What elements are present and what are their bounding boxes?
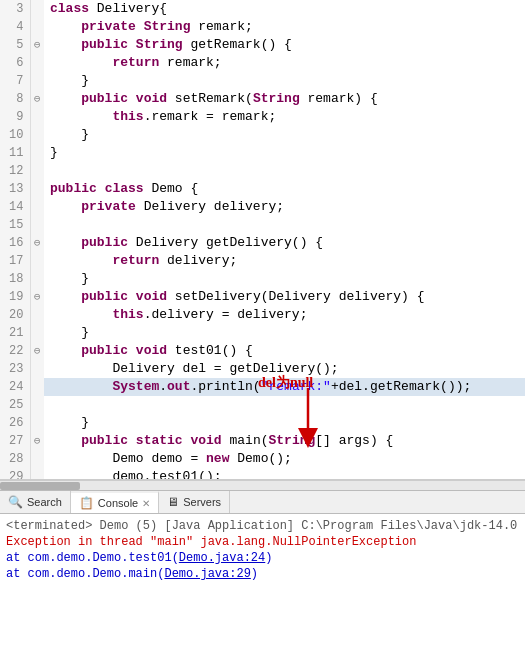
table-row: 19⊖ public void setDelivery(Delivery del… <box>0 288 525 306</box>
line-marker[interactable] <box>30 54 44 72</box>
line-marker[interactable]: ⊖ <box>30 342 44 360</box>
line-marker[interactable] <box>30 0 44 18</box>
line-marker[interactable] <box>30 396 44 414</box>
line-marker[interactable] <box>30 198 44 216</box>
tab-console[interactable]: 📋 Console ✕ <box>71 491 159 513</box>
line-number: 12 <box>0 162 30 180</box>
table-row: 4 private String remark; <box>0 18 525 36</box>
line-marker[interactable] <box>30 252 44 270</box>
line-marker[interactable]: ⊖ <box>30 288 44 306</box>
line-number: 17 <box>0 252 30 270</box>
line-marker[interactable] <box>30 270 44 288</box>
line-marker[interactable] <box>30 180 44 198</box>
table-row: 11} <box>0 144 525 162</box>
line-marker[interactable] <box>30 216 44 234</box>
line-code: demo.test01(); <box>44 468 525 480</box>
console-icon: 📋 <box>79 496 94 510</box>
console-error-line: Exception in thread "main" java.lang.Nul… <box>6 534 519 550</box>
line-code: } <box>44 324 525 342</box>
line-number: 24 <box>0 378 30 396</box>
table-row: 10 } <box>0 126 525 144</box>
annotation-arrow-svg <box>298 388 378 448</box>
table-row: 18 } <box>0 270 525 288</box>
line-code: } <box>44 72 525 90</box>
table-row: 8⊖ public void setRemark(String remark) … <box>0 90 525 108</box>
line-number: 19 <box>0 288 30 306</box>
line-number: 8 <box>0 90 30 108</box>
line-marker[interactable] <box>30 378 44 396</box>
line-marker[interactable] <box>30 18 44 36</box>
stack-prefix-1: at com.demo.Demo.test01( <box>6 551 179 565</box>
line-code: class Delivery{ <box>44 0 525 18</box>
line-number: 6 <box>0 54 30 72</box>
line-number: 23 <box>0 360 30 378</box>
table-row: 27⊖ public static void main(String[] arg… <box>0 432 525 450</box>
line-code: public void setDelivery(Delivery deliver… <box>44 288 525 306</box>
table-row: 20 this.delivery = delivery; <box>0 306 525 324</box>
table-row: 13public class Demo { <box>0 180 525 198</box>
line-number: 4 <box>0 18 30 36</box>
console-close-icon[interactable]: ✕ <box>142 498 150 509</box>
line-number: 28 <box>0 450 30 468</box>
line-number: 13 <box>0 180 30 198</box>
code-scrollbar-thumb[interactable] <box>0 482 80 490</box>
line-number: 22 <box>0 342 30 360</box>
line-code: this.delivery = delivery; <box>44 306 525 324</box>
console-stack-line-2: at com.demo.Demo.main(Demo.java:29) <box>6 566 519 582</box>
table-row: 6 return remark; <box>0 54 525 72</box>
search-icon: 🔍 <box>8 495 23 509</box>
table-row: 29 demo.test01(); <box>0 468 525 480</box>
line-code <box>44 396 525 414</box>
table-row: 22⊖ public void test01() { <box>0 342 525 360</box>
line-marker[interactable] <box>30 108 44 126</box>
line-marker[interactable]: ⊖ <box>30 432 44 450</box>
table-row: 9 this.remark = remark; <box>0 108 525 126</box>
line-marker[interactable] <box>30 360 44 378</box>
line-marker[interactable] <box>30 450 44 468</box>
line-marker[interactable]: ⊖ <box>30 36 44 54</box>
tab-servers[interactable]: 🖥 Servers <box>159 491 230 513</box>
line-code: this.remark = remark; <box>44 108 525 126</box>
console-area: <terminated> Demo (5) [Java Application]… <box>0 514 525 632</box>
code-scrollbar[interactable] <box>0 480 525 490</box>
line-code: } <box>44 414 525 432</box>
line-marker[interactable] <box>30 414 44 432</box>
stack-suffix-2: ) <box>251 567 258 581</box>
line-number: 20 <box>0 306 30 324</box>
line-code: } <box>44 270 525 288</box>
line-code: } <box>44 126 525 144</box>
line-code: return remark; <box>44 54 525 72</box>
line-marker[interactable] <box>30 324 44 342</box>
line-number: 5 <box>0 36 30 54</box>
line-marker[interactable] <box>30 306 44 324</box>
line-marker[interactable] <box>30 162 44 180</box>
bottom-tabs: 🔍 Search 📋 Console ✕ 🖥 Servers <box>0 490 525 514</box>
line-marker[interactable] <box>30 144 44 162</box>
line-code: } <box>44 144 525 162</box>
tab-search[interactable]: 🔍 Search <box>0 491 71 513</box>
line-number: 11 <box>0 144 30 162</box>
table-row: 14 private Delivery delivery; <box>0 198 525 216</box>
tab-search-label: Search <box>27 496 62 508</box>
line-number: 3 <box>0 0 30 18</box>
line-code: public static void main(String[] args) { <box>44 432 525 450</box>
line-marker[interactable] <box>30 126 44 144</box>
table-row: 25 <box>0 396 525 414</box>
annotation-overlay: del为null <box>258 374 313 392</box>
tab-servers-label: Servers <box>183 496 221 508</box>
line-code <box>44 162 525 180</box>
line-code: private Delivery delivery; <box>44 198 525 216</box>
line-number: 25 <box>0 396 30 414</box>
line-marker[interactable] <box>30 468 44 480</box>
line-marker[interactable]: ⊖ <box>30 234 44 252</box>
table-row: 21 } <box>0 324 525 342</box>
line-marker[interactable]: ⊖ <box>30 90 44 108</box>
line-code: return delivery; <box>44 252 525 270</box>
line-number: 26 <box>0 414 30 432</box>
console-stack-line-1: at com.demo.Demo.test01(Demo.java:24) <box>6 550 519 566</box>
demo-java-29-link[interactable]: Demo.java:29 <box>164 567 250 581</box>
line-marker[interactable] <box>30 72 44 90</box>
line-code: public void setRemark(String remark) { <box>44 90 525 108</box>
line-number: 9 <box>0 108 30 126</box>
demo-java-24-link[interactable]: Demo.java:24 <box>179 551 265 565</box>
